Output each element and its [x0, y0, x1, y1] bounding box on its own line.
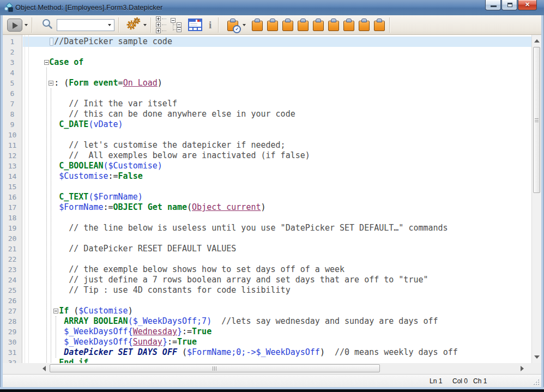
line-number[interactable]: 32 [3, 358, 22, 363]
run-method-button[interactable] [3, 19, 28, 32]
clipboard-button[interactable] [328, 18, 340, 32]
code-line[interactable]: // the exemple below shows how to set da… [23, 264, 531, 275]
scroll-down-icon[interactable] [534, 355, 540, 359]
code-line[interactable]: // DatePicker RESET DEFAULT VALUES [23, 244, 531, 254]
fold-collapse-box[interactable] [53, 309, 58, 313]
method-preview-button[interactable] [188, 19, 202, 31]
line-number[interactable]: 7 [3, 99, 22, 109]
code-line[interactable] [23, 130, 531, 140]
code-line[interactable]: DatePicker SET DAYS OFF ($FormName;0;->$… [23, 347, 531, 358]
collapse-all-button[interactable] [171, 18, 183, 32]
line-number[interactable]: 24 [3, 275, 22, 285]
code-line[interactable] [23, 254, 531, 264]
code-line[interactable]: If ($Customise) [23, 306, 531, 316]
fold-collapse-box[interactable] [44, 60, 49, 65]
code-line[interactable]: End if [23, 358, 531, 363]
horizontal-scrollbar[interactable] [3, 363, 541, 374]
gutter[interactable]: 1234567891011121314151617181920212223242… [3, 35, 22, 363]
line-number[interactable]: 14 [3, 171, 22, 182]
info-button[interactable]: i [209, 19, 211, 31]
clipboard-button[interactable] [297, 18, 309, 32]
code-line[interactable]: $_WeekDaysOff{Sunday}:=True [23, 337, 531, 347]
line-number[interactable]: 13 [3, 161, 22, 171]
line-number[interactable]: 8 [3, 109, 22, 119]
line-number[interactable]: 1 [3, 37, 22, 47]
vertical-scrollbar-thumb[interactable] [533, 47, 540, 193]
line-number[interactable]: 6 [3, 88, 22, 99]
scroll-left-icon[interactable] [43, 366, 46, 371]
line-number[interactable]: 19 [3, 223, 22, 233]
code-line[interactable]: ARRAY BOOLEAN($_WeekDaysOff;7) //lets sa… [23, 316, 531, 327]
line-number[interactable]: 23 [3, 264, 22, 275]
line-number[interactable]: 10 [3, 130, 22, 140]
code-line[interactable]: // All exemples below are inactivated (i… [23, 150, 531, 161]
code-line[interactable]: // Tip : use 4D constants for code lisib… [23, 285, 531, 295]
line-number[interactable]: 28 [3, 316, 22, 327]
line-number[interactable]: 4 [3, 68, 22, 78]
line-number[interactable]: 5 [3, 78, 22, 88]
code-line[interactable]: // Init the var itself [23, 99, 531, 109]
line-number[interactable]: 15 [3, 182, 22, 192]
minimize-button[interactable] [485, 0, 501, 10]
title-bar[interactable]: Object Method: [Employees].Form3.Datepic… [0, 0, 544, 15]
close-button[interactable]: ✕ [518, 0, 537, 10]
code-line[interactable]: $Customise:=False [23, 171, 531, 182]
code-line[interactable]: // this can be done anywhere else in you… [23, 109, 531, 119]
code-line[interactable] [23, 295, 531, 306]
code-editor[interactable]: 1234567891011121314151617181920212223242… [3, 35, 531, 363]
code-line[interactable]: C_DATE(vDate) [23, 119, 531, 130]
clipboard-button[interactable] [282, 18, 294, 32]
clipboard-button[interactable] [343, 18, 355, 32]
search-dropdown-button[interactable] [105, 20, 114, 31]
clipboard-history-button[interactable]: ✓ [227, 18, 246, 32]
search-input[interactable] [57, 19, 114, 31]
code-line[interactable] [23, 47, 531, 57]
method-options-button[interactable] [123, 17, 147, 33]
line-number[interactable]: 27 [3, 306, 22, 316]
fold-collapse-box[interactable] [49, 81, 53, 86]
maximize-button[interactable] [501, 0, 517, 10]
clipboard-button[interactable] [312, 18, 324, 32]
code-line[interactable] [23, 213, 531, 223]
resize-grip-icon[interactable] [534, 379, 539, 385]
clipboard-button[interactable] [373, 18, 385, 32]
line-number[interactable]: 21 [3, 244, 22, 254]
line-number[interactable]: 9 [3, 119, 22, 130]
line-number[interactable]: 29 [3, 327, 22, 337]
expand-all-button[interactable] [156, 16, 166, 33]
code-line[interactable]: $FormName:=OBJECT Get name(Object curren… [23, 202, 531, 213]
code-line[interactable]: $_WeekDaysOff{Wednesday}:=True [23, 327, 531, 337]
line-number[interactable]: 3 [3, 57, 22, 68]
code-line[interactable]: //DatePicker sample code [23, 37, 531, 47]
code-line[interactable]: // just define a 7 rows boolean array an… [23, 275, 531, 285]
line-number[interactable]: 30 [3, 337, 22, 347]
clipboard-button[interactable] [251, 18, 263, 32]
line-number[interactable]: 11 [3, 140, 22, 150]
code-line[interactable]: : (Form event=On Load) [23, 78, 531, 88]
code-line[interactable]: C_BOOLEAN($Customise) [23, 161, 531, 171]
code-line[interactable]: Case of [23, 57, 531, 68]
scroll-right-icon[interactable] [521, 366, 524, 371]
clipboard-button[interactable] [358, 18, 370, 32]
line-number[interactable]: 25 [3, 285, 22, 295]
code-line[interactable] [23, 233, 531, 244]
code-line[interactable]: // let's customise the datepicker if nee… [23, 140, 531, 150]
line-number[interactable]: 18 [3, 213, 22, 223]
code-line[interactable]: C_TEXT($FormName) [23, 192, 531, 202]
line-number[interactable]: 16 [3, 192, 22, 202]
line-number[interactable]: 22 [3, 254, 22, 264]
vertical-scrollbar[interactable] [531, 35, 541, 363]
code-line[interactable] [23, 68, 531, 78]
clipboard-button[interactable] [267, 18, 279, 32]
scroll-up-icon[interactable] [534, 39, 540, 43]
line-number[interactable]: 31 [3, 347, 22, 358]
line-number[interactable]: 17 [3, 202, 22, 213]
code-line[interactable] [23, 182, 531, 192]
code-line[interactable]: // the line below is useless until you u… [23, 223, 531, 233]
line-number[interactable]: 20 [3, 233, 22, 244]
horizontal-scrollbar-thumb[interactable] [50, 364, 380, 372]
line-number[interactable]: 26 [3, 295, 22, 306]
code-line[interactable] [23, 88, 531, 99]
line-number[interactable]: 2 [3, 47, 22, 57]
line-number[interactable]: 12 [3, 150, 22, 161]
